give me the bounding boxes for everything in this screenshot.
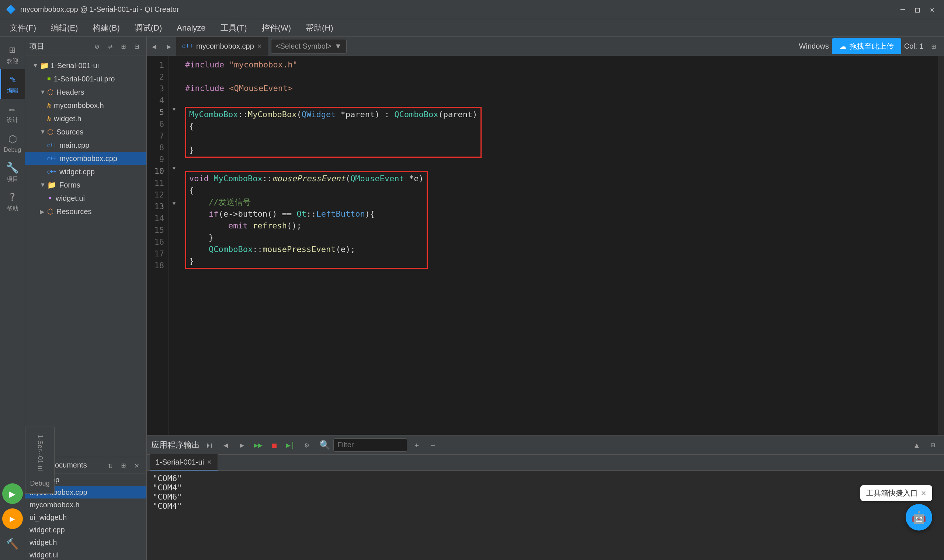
minimize-button[interactable]: ─	[897, 4, 909, 15]
maximize-button[interactable]: □	[912, 4, 923, 15]
sidebar-item-welcome[interactable]: ⊞ 欢迎	[0, 40, 25, 69]
code-editor[interactable]: #include "mycombobox.h" #include <QMouse…	[179, 56, 938, 435]
tree-node-mycomboboxh[interactable]: h mycombobox.h	[25, 99, 147, 112]
tab-nav-right[interactable]: ▶	[162, 37, 176, 56]
menu-analyze[interactable]: Analyze	[170, 21, 212, 35]
bottom-stop-btn[interactable]: ■	[268, 438, 281, 452]
filter-input[interactable]	[333, 438, 407, 452]
tab-file-icon: c++	[182, 42, 193, 50]
editor-area: 1 2 3 4 5 6 7 8 9 10 11 12 13 14 15 16 1	[147, 56, 944, 435]
bottom-dock-btn[interactable]: ⊡	[926, 438, 939, 452]
tree-collapse-btn[interactable]: ⊟	[132, 41, 142, 52]
doc-item-ui-widgeth[interactable]: ui_widget.h	[25, 511, 147, 523]
sidebar-item-help[interactable]: ? 帮助	[0, 187, 25, 217]
tree-node-headers[interactable]: ▼ ⬡ Headers	[25, 86, 147, 99]
doc-item-mycomboboxh[interactable]: mycombobox.h	[25, 498, 147, 511]
docs-split-btn[interactable]: ⊞	[118, 460, 129, 471]
chatbot-bubble[interactable]: 🤖	[905, 504, 932, 531]
forms-folder-icon: 📁	[47, 180, 56, 189]
tree-node-sources[interactable]: ▼ ⬡ Sources	[25, 125, 147, 138]
left-panel-label[interactable]: 1-Ser···01-ui	[33, 430, 47, 475]
run-button[interactable]: ▶	[2, 483, 23, 504]
doc-item-widgetcpp[interactable]: widget.cpp	[25, 523, 147, 536]
widgeth-label: widget.h	[54, 115, 82, 123]
zoom-out-btn[interactable]: −	[426, 438, 440, 452]
tab-nav-left[interactable]: ◀	[147, 37, 162, 56]
tree-node-pro[interactable]: ■ 1-Serial-001-ui.pro	[25, 72, 147, 86]
tree-sync-btn[interactable]: ⇄	[105, 41, 116, 52]
tree-node-maincpp[interactable]: c++ main.cpp	[25, 138, 147, 152]
line-numbers: 1 2 3 4 5 6 7 8 9 10 11 12 13 14 15 16 1	[147, 56, 169, 435]
build-button[interactable]: 🔨	[2, 534, 23, 554]
split-editor-btn[interactable]: ⊞	[926, 37, 941, 56]
tree-filter-btn[interactable]: ⊘	[92, 41, 102, 52]
output-tab-label: 1-Serial-001-ui	[156, 458, 204, 466]
tree-node-root[interactable]: ▼ 📁 1-Serial-001-ui	[25, 59, 147, 72]
zoom-in-btn[interactable]: +	[410, 438, 423, 452]
upload-button[interactable]: ☁ 拖拽至此上传	[832, 38, 901, 54]
debug-run-button[interactable]: ▶	[2, 508, 23, 529]
bottom-area: 应用程序输出 ⏯ ◀ ▶ ▶▶ ■ ▶| ⚙ 🔍 + − ▲ ⊡	[147, 435, 944, 560]
tab-mycomboboxcpp[interactable]: c++ mycombobox.cpp ✕	[176, 37, 268, 56]
tree-node-mycomboboxcpp[interactable]: c++ mycombobox.cpp	[25, 152, 147, 165]
sidebar-item-edit[interactable]: ✎ 编辑	[0, 69, 25, 99]
cpp-icon1: c++	[47, 142, 56, 148]
menu-controls[interactable]: 控件(W)	[255, 20, 298, 36]
col-indicator: Col: 1	[904, 42, 923, 51]
title-bar: 🔷 mycombobox.cpp @ 1-Serial-001-ui - Qt …	[0, 0, 944, 19]
collapse-arrow-13[interactable]: ▼	[169, 197, 179, 209]
menu-bar: 文件(F) 编辑(E) 构建(B) 调试(D) Analyze 工具(T) 控件…	[0, 19, 944, 37]
menu-edit[interactable]: 编辑(E)	[44, 20, 85, 36]
docs-sort-btn[interactable]: ⇅	[105, 460, 116, 471]
bottom-prev-btn[interactable]: ◀	[219, 438, 232, 452]
menu-tools[interactable]: 工具(T)	[214, 20, 254, 36]
menu-build[interactable]: 构建(B)	[86, 20, 126, 36]
tree-node-widgetcpp[interactable]: c++ widget.cpp	[25, 165, 147, 178]
tab-close-icon[interactable]: ✕	[257, 43, 262, 50]
bottom-toolbar: 应用程序输出 ⏯ ◀ ▶ ▶▶ ■ ▶| ⚙ 🔍 + − ▲ ⊡	[147, 435, 944, 455]
docs-close-btn[interactable]: ✕	[132, 460, 142, 471]
sidebar-item-project[interactable]: 🔧 项目	[0, 158, 25, 187]
bottom-tabs: 1-Serial-001-ui ✕	[147, 455, 944, 471]
doc-item-widgetui[interactable]: widget.ui	[25, 549, 147, 560]
resources-folder-icon: ⬡	[47, 207, 54, 216]
bottom-play-btn[interactable]: ⏯	[203, 438, 216, 452]
widgetui-label: widget.ui	[56, 194, 85, 203]
chatbot-close-icon[interactable]: ✕	[921, 489, 926, 497]
line-5: 5	[147, 106, 168, 118]
line-10: 10	[147, 165, 168, 177]
menu-debug[interactable]: 调试(D)	[128, 20, 169, 36]
line-3: 3	[147, 83, 168, 94]
close-button[interactable]: ✕	[926, 4, 938, 15]
collapse-arrow-5[interactable]: ▼	[169, 103, 179, 115]
collapse-arrow-10[interactable]: ▼	[169, 162, 179, 174]
menu-file[interactable]: 文件(F)	[3, 20, 43, 36]
output-line-3: "COM6"	[153, 492, 938, 502]
menu-help[interactable]: 帮助(H)	[299, 20, 340, 36]
tree-expand-btn[interactable]: ⊞	[118, 41, 129, 52]
tree-node-forms[interactable]: ▼ 📁 Forms	[25, 178, 147, 192]
editor-scrollbar[interactable]	[938, 56, 944, 435]
bottom-run-btn[interactable]: ▶▶	[251, 438, 265, 452]
tree-node-resources[interactable]: ▶ ⬡ Resources	[25, 205, 147, 218]
bottom-collapse-btn[interactable]: ▲	[910, 438, 923, 452]
filter-icon: 🔍	[319, 440, 330, 450]
sidebar-item-design[interactable]: ✏ 设计	[0, 99, 25, 128]
project-tree-title: 项目	[29, 41, 44, 51]
sidebar-item-debug[interactable]: ⬡ Debug	[0, 128, 25, 158]
tree-node-widgetui[interactable]: ✦ widget.ui	[25, 192, 147, 205]
sidebar-icons: ⊞ 欢迎 ✎ 编辑 ✏ 设计 ⬡ Debug 🔧 项目 ? 帮助 ▶ ▶ 🔨	[0, 37, 25, 560]
sidebar-label-edit: 编辑	[7, 87, 19, 95]
symbol-select[interactable]: <Select Symbol> ▼	[271, 39, 347, 54]
chatbot-tooltip: 工具箱快捷入口 ✕	[860, 485, 932, 501]
line-2: 2	[147, 71, 168, 83]
bottom-next-btn[interactable]: ▶	[235, 438, 248, 452]
tab-bar: ◀ ▶ c++ mycombobox.cpp ✕ <Select Symbol>…	[147, 37, 944, 56]
doc-item-widgeth[interactable]: widget.h	[25, 536, 147, 549]
output-tab-serial[interactable]: 1-Serial-001-ui ✕	[150, 454, 218, 471]
bottom-settings-btn[interactable]: ⚙	[300, 438, 313, 452]
bottom-step-btn[interactable]: ▶|	[284, 438, 297, 452]
output-tab-close[interactable]: ✕	[207, 459, 212, 466]
ui-icon: ✦	[47, 194, 53, 202]
tree-node-widgeth[interactable]: h widget.h	[25, 112, 147, 125]
